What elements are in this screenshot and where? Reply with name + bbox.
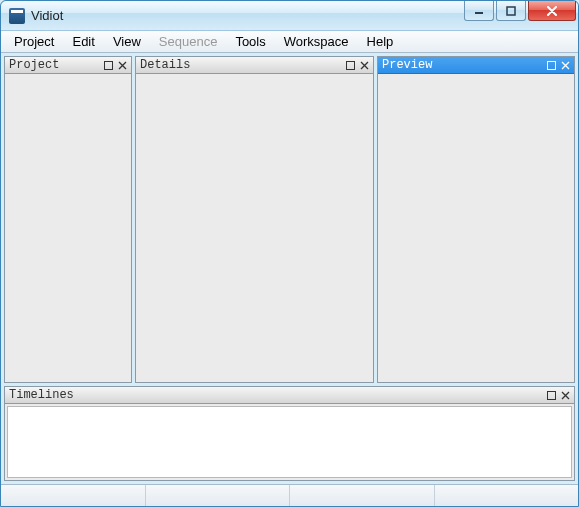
panel-timelines-header[interactable]: Timelines xyxy=(5,387,574,404)
panel-details-close[interactable] xyxy=(357,58,371,72)
menu-sequence: Sequence xyxy=(150,32,227,51)
maximize-icon xyxy=(104,61,113,70)
close-icon xyxy=(546,6,558,16)
minimize-icon xyxy=(474,6,484,16)
client-area: Project Details xyxy=(1,53,578,484)
panel-project-header[interactable]: Project xyxy=(5,57,131,74)
app-window: Vidiot Project Edit View Sequence Tools … xyxy=(0,0,579,507)
panel-project-close[interactable] xyxy=(115,58,129,72)
panel-timelines-maximize[interactable] xyxy=(544,388,558,402)
menu-project[interactable]: Project xyxy=(5,32,63,51)
maximize-button[interactable] xyxy=(496,1,526,21)
maximize-icon xyxy=(547,61,556,70)
menu-workspace[interactable]: Workspace xyxy=(275,32,358,51)
menubar: Project Edit View Sequence Tools Workspa… xyxy=(1,31,578,53)
close-icon xyxy=(561,391,570,400)
panel-preview-body[interactable] xyxy=(378,74,574,382)
maximize-icon xyxy=(506,6,516,16)
menu-help[interactable]: Help xyxy=(358,32,403,51)
menu-view[interactable]: View xyxy=(104,32,150,51)
svg-rect-0 xyxy=(475,12,483,14)
app-icon xyxy=(9,8,25,24)
svg-rect-4 xyxy=(547,61,555,69)
panel-details-header[interactable]: Details xyxy=(136,57,373,74)
svg-rect-1 xyxy=(507,7,515,15)
panel-preview-header[interactable]: Preview xyxy=(378,57,574,74)
panel-project-maximize[interactable] xyxy=(101,58,115,72)
minimize-button[interactable] xyxy=(464,1,494,21)
maximize-icon xyxy=(346,61,355,70)
panel-preview: Preview xyxy=(377,56,575,383)
close-button[interactable] xyxy=(528,1,576,21)
status-cell-2 xyxy=(146,485,291,506)
panel-project-title: Project xyxy=(9,58,101,72)
window-title: Vidiot xyxy=(31,8,63,23)
maximize-icon xyxy=(547,391,556,400)
panel-preview-maximize[interactable] xyxy=(544,58,558,72)
panel-details: Details xyxy=(135,56,374,383)
menu-tools[interactable]: Tools xyxy=(226,32,274,51)
status-cell-1 xyxy=(1,485,146,506)
statusbar xyxy=(1,484,578,506)
panel-details-body[interactable] xyxy=(136,74,373,382)
window-buttons xyxy=(464,1,576,21)
panel-timelines-close[interactable] xyxy=(558,388,572,402)
close-icon xyxy=(561,61,570,70)
panel-project: Project xyxy=(4,56,132,383)
titlebar[interactable]: Vidiot xyxy=(1,1,578,31)
panel-project-body[interactable] xyxy=(5,74,131,382)
panel-timelines-title: Timelines xyxy=(9,388,544,402)
panel-preview-title: Preview xyxy=(382,58,544,72)
panel-timelines: Timelines xyxy=(4,386,575,481)
panel-details-maximize[interactable] xyxy=(343,58,357,72)
panel-details-title: Details xyxy=(140,58,343,72)
status-cell-4 xyxy=(435,485,579,506)
menu-edit[interactable]: Edit xyxy=(63,32,103,51)
svg-rect-5 xyxy=(547,391,555,399)
top-row: Project Details xyxy=(4,56,575,383)
panel-timelines-body[interactable] xyxy=(7,406,572,478)
panel-preview-close[interactable] xyxy=(558,58,572,72)
status-cell-3 xyxy=(290,485,435,506)
svg-rect-3 xyxy=(346,61,354,69)
close-icon xyxy=(118,61,127,70)
svg-rect-2 xyxy=(104,61,112,69)
close-icon xyxy=(360,61,369,70)
